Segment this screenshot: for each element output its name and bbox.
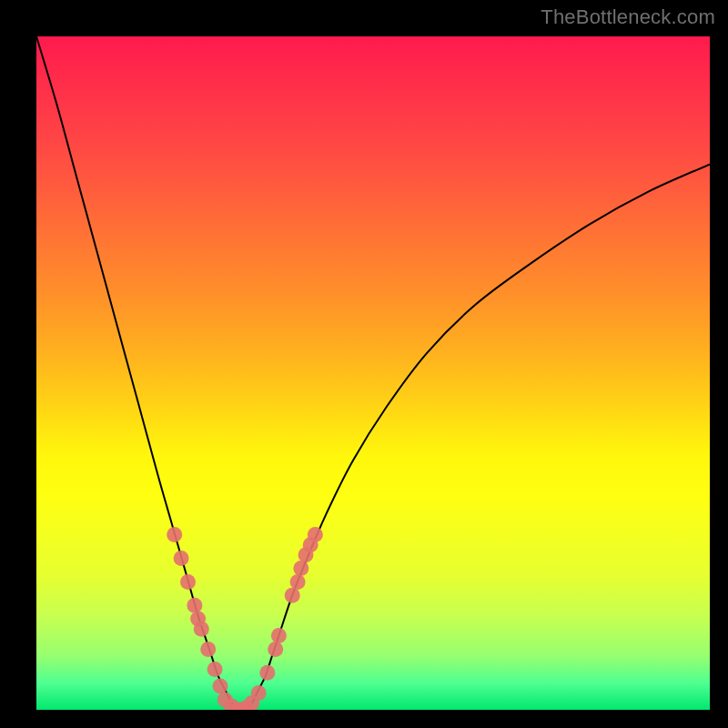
data-marker	[268, 642, 283, 657]
data-marker	[200, 642, 216, 657]
data-marker	[308, 527, 323, 542]
data-marker	[285, 588, 300, 603]
chart-frame: TheBottleneck.com	[0, 0, 728, 728]
marker-group	[167, 527, 323, 710]
watermark-label: TheBottleneck.com	[541, 5, 715, 29]
data-marker	[180, 574, 196, 590]
data-marker	[271, 628, 287, 643]
data-marker	[213, 679, 228, 694]
data-marker	[251, 685, 267, 701]
bottleneck-curve	[36, 36, 710, 710]
data-marker	[174, 551, 189, 566]
data-marker	[290, 574, 306, 590]
chart-svg	[36, 36, 710, 710]
data-marker	[167, 527, 182, 542]
data-marker	[187, 598, 202, 613]
data-marker	[194, 622, 209, 637]
data-marker	[207, 662, 223, 677]
data-marker	[259, 665, 275, 681]
plot-area	[36, 36, 710, 710]
data-marker	[293, 561, 308, 576]
